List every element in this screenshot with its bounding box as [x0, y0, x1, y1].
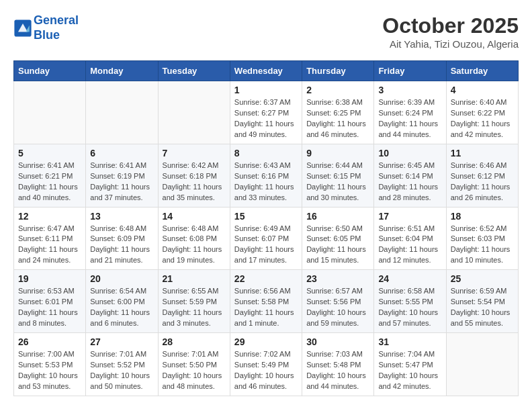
day-info: Sunrise: 6:41 AM Sunset: 6:19 PM Dayligh…	[90, 161, 153, 203]
logo-blue: Blue	[34, 28, 60, 42]
logo: General Blue	[13, 13, 79, 42]
calendar-week-row: 26Sunrise: 7:00 AM Sunset: 5:53 PM Dayli…	[14, 333, 519, 396]
day-number: 11	[451, 148, 514, 158]
calendar-cell	[14, 81, 86, 144]
calendar-cell: 2Sunrise: 6:38 AM Sunset: 6:25 PM Daylig…	[302, 81, 374, 144]
day-info: Sunrise: 7:02 AM Sunset: 5:49 PM Dayligh…	[234, 349, 298, 392]
calendar-week-row: 19Sunrise: 6:53 AM Sunset: 6:01 PM Dayli…	[14, 270, 519, 333]
day-info: Sunrise: 6:58 AM Sunset: 5:55 PM Dayligh…	[378, 286, 441, 329]
day-info: Sunrise: 7:03 AM Sunset: 5:48 PM Dayligh…	[306, 349, 369, 392]
calendar-cell: 21Sunrise: 6:55 AM Sunset: 5:59 PM Dayli…	[158, 270, 230, 333]
day-number: 2	[306, 85, 369, 95]
calendar-cell: 26Sunrise: 7:00 AM Sunset: 5:53 PM Dayli…	[14, 333, 86, 396]
calendar-cell: 17Sunrise: 6:51 AM Sunset: 6:04 PM Dayli…	[374, 207, 446, 270]
calendar-cell: 8Sunrise: 6:43 AM Sunset: 6:16 PM Daylig…	[230, 144, 302, 207]
day-number: 26	[18, 336, 81, 347]
day-info: Sunrise: 6:48 AM Sunset: 6:08 PM Dayligh…	[163, 224, 226, 267]
day-number: 23	[306, 273, 369, 284]
day-info: Sunrise: 6:47 AM Sunset: 6:11 PM Dayligh…	[18, 224, 81, 267]
day-info: Sunrise: 6:46 AM Sunset: 6:12 PM Dayligh…	[451, 161, 514, 203]
day-info: Sunrise: 6:49 AM Sunset: 6:07 PM Dayligh…	[234, 224, 298, 267]
calendar-week-row: 5Sunrise: 6:41 AM Sunset: 6:21 PM Daylig…	[14, 144, 519, 207]
location: Ait Yahia, Tizi Ouzou, Algeria	[382, 38, 519, 50]
day-number: 19	[18, 273, 81, 284]
day-info: Sunrise: 6:53 AM Sunset: 6:01 PM Dayligh…	[18, 286, 81, 329]
day-info: Sunrise: 7:01 AM Sunset: 5:52 PM Dayligh…	[90, 349, 153, 392]
day-number: 4	[451, 85, 514, 95]
day-info: Sunrise: 6:59 AM Sunset: 5:54 PM Dayligh…	[451, 286, 514, 329]
calendar-cell: 19Sunrise: 6:53 AM Sunset: 6:01 PM Dayli…	[14, 270, 86, 333]
day-info: Sunrise: 6:45 AM Sunset: 6:14 PM Dayligh…	[378, 161, 441, 203]
day-number: 16	[306, 211, 369, 222]
weekday-header: Tuesday	[158, 61, 230, 81]
day-info: Sunrise: 6:41 AM Sunset: 6:21 PM Dayligh…	[18, 161, 81, 203]
weekday-header: Saturday	[446, 61, 518, 81]
calendar-cell: 7Sunrise: 6:42 AM Sunset: 6:18 PM Daylig…	[158, 144, 230, 207]
day-info: Sunrise: 6:40 AM Sunset: 6:22 PM Dayligh…	[451, 97, 514, 140]
calendar-cell: 23Sunrise: 6:57 AM Sunset: 5:56 PM Dayli…	[302, 270, 374, 333]
calendar-cell: 5Sunrise: 6:41 AM Sunset: 6:21 PM Daylig…	[14, 144, 86, 207]
day-number: 22	[234, 273, 298, 284]
day-number: 3	[378, 85, 441, 95]
day-number: 28	[163, 336, 226, 347]
logo-icon	[13, 19, 32, 38]
day-number: 20	[90, 273, 153, 284]
calendar-cell: 13Sunrise: 6:48 AM Sunset: 6:09 PM Dayli…	[86, 207, 158, 270]
page-header: General Blue October 2025 Ait Yahia, Tiz…	[13, 13, 519, 50]
calendar-cell: 1Sunrise: 6:37 AM Sunset: 6:27 PM Daylig…	[230, 81, 302, 144]
day-number: 7	[163, 148, 226, 158]
day-number: 29	[234, 336, 298, 347]
day-info: Sunrise: 6:50 AM Sunset: 6:05 PM Dayligh…	[306, 224, 369, 267]
day-number: 18	[451, 211, 514, 222]
day-info: Sunrise: 6:44 AM Sunset: 6:15 PM Dayligh…	[306, 161, 369, 203]
day-info: Sunrise: 6:43 AM Sunset: 6:16 PM Dayligh…	[234, 161, 298, 203]
calendar-cell: 14Sunrise: 6:48 AM Sunset: 6:08 PM Dayli…	[158, 207, 230, 270]
day-number: 24	[378, 273, 441, 284]
day-info: Sunrise: 6:52 AM Sunset: 6:03 PM Dayligh…	[451, 224, 514, 267]
day-number: 8	[234, 148, 298, 158]
calendar-cell: 28Sunrise: 7:01 AM Sunset: 5:50 PM Dayli…	[158, 333, 230, 396]
day-number: 6	[90, 148, 153, 158]
day-info: Sunrise: 6:38 AM Sunset: 6:25 PM Dayligh…	[306, 97, 369, 140]
calendar-cell: 4Sunrise: 6:40 AM Sunset: 6:22 PM Daylig…	[446, 81, 518, 144]
day-number: 13	[90, 211, 153, 222]
weekday-header: Sunday	[14, 61, 86, 81]
day-number: 27	[90, 336, 153, 347]
day-number: 31	[378, 336, 441, 347]
day-number: 1	[234, 85, 298, 95]
day-info: Sunrise: 6:57 AM Sunset: 5:56 PM Dayligh…	[306, 286, 369, 329]
logo-general: General	[34, 13, 79, 27]
calendar-cell: 6Sunrise: 6:41 AM Sunset: 6:19 PM Daylig…	[86, 144, 158, 207]
day-number: 9	[306, 148, 369, 158]
calendar-cell: 30Sunrise: 7:03 AM Sunset: 5:48 PM Dayli…	[302, 333, 374, 396]
calendar-table: SundayMondayTuesdayWednesdayThursdayFrid…	[13, 60, 519, 396]
calendar-cell: 3Sunrise: 6:39 AM Sunset: 6:24 PM Daylig…	[374, 81, 446, 144]
calendar-header-row: SundayMondayTuesdayWednesdayThursdayFrid…	[14, 61, 519, 81]
weekday-header: Monday	[86, 61, 158, 81]
day-number: 21	[163, 273, 226, 284]
logo-text: General Blue	[34, 13, 79, 42]
calendar-cell: 11Sunrise: 6:46 AM Sunset: 6:12 PM Dayli…	[446, 144, 518, 207]
day-info: Sunrise: 6:37 AM Sunset: 6:27 PM Dayligh…	[234, 97, 298, 140]
day-info: Sunrise: 6:51 AM Sunset: 6:04 PM Dayligh…	[378, 224, 441, 267]
day-info: Sunrise: 6:54 AM Sunset: 6:00 PM Dayligh…	[90, 286, 153, 329]
day-info: Sunrise: 7:00 AM Sunset: 5:53 PM Dayligh…	[18, 349, 81, 392]
calendar-cell: 20Sunrise: 6:54 AM Sunset: 6:00 PM Dayli…	[86, 270, 158, 333]
calendar-cell	[86, 81, 158, 144]
day-number: 5	[18, 148, 81, 158]
calendar-week-row: 1Sunrise: 6:37 AM Sunset: 6:27 PM Daylig…	[14, 81, 519, 144]
calendar-cell	[158, 81, 230, 144]
calendar-cell: 27Sunrise: 7:01 AM Sunset: 5:52 PM Dayli…	[86, 333, 158, 396]
month-title: October 2025	[382, 13, 519, 38]
day-number: 10	[378, 148, 441, 158]
day-info: Sunrise: 6:48 AM Sunset: 6:09 PM Dayligh…	[90, 224, 153, 267]
calendar-cell: 15Sunrise: 6:49 AM Sunset: 6:07 PM Dayli…	[230, 207, 302, 270]
day-info: Sunrise: 6:39 AM Sunset: 6:24 PM Dayligh…	[378, 97, 441, 140]
weekday-header: Friday	[374, 61, 446, 81]
calendar-cell: 9Sunrise: 6:44 AM Sunset: 6:15 PM Daylig…	[302, 144, 374, 207]
calendar-cell: 16Sunrise: 6:50 AM Sunset: 6:05 PM Dayli…	[302, 207, 374, 270]
weekday-header: Wednesday	[230, 61, 302, 81]
weekday-header: Thursday	[302, 61, 374, 81]
calendar-cell: 31Sunrise: 7:04 AM Sunset: 5:47 PM Dayli…	[374, 333, 446, 396]
calendar-week-row: 12Sunrise: 6:47 AM Sunset: 6:11 PM Dayli…	[14, 207, 519, 270]
